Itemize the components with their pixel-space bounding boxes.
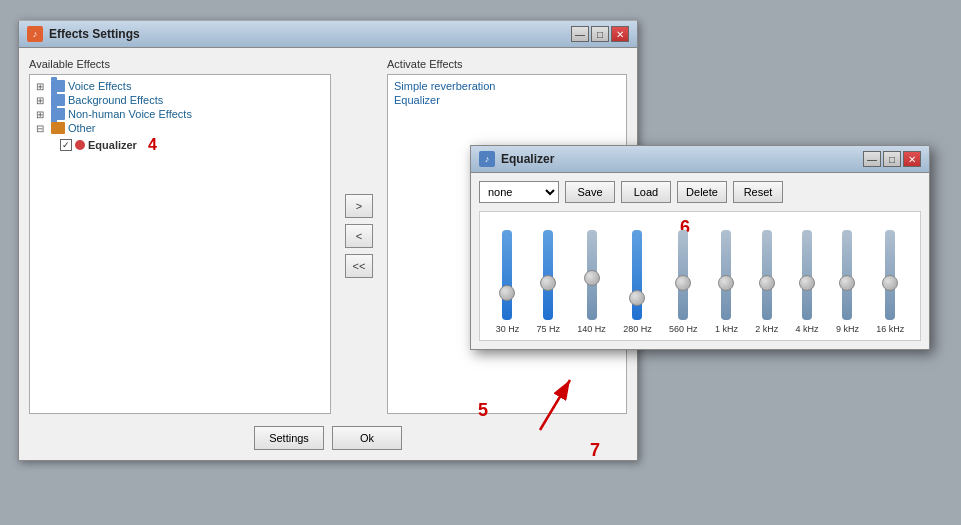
available-effects-tree: ⊞ Voice Effects ⊞ Background Effects ⊞ xyxy=(29,74,331,414)
eq-titlebar: ♪ Equalizer — □ ✕ xyxy=(471,146,929,173)
equalizer-window: ♪ Equalizer — □ ✕ none Save Load Delete … xyxy=(470,145,930,350)
eq-sliders-area: 6 30 Hz 75 Hz 140 Hz xyxy=(479,211,921,341)
slider-label-2khz: 2 kHz xyxy=(755,324,778,334)
app-icon: ♪ xyxy=(27,26,43,42)
eq-preset-select[interactable]: none xyxy=(479,181,559,203)
slider-track-280hz[interactable] xyxy=(632,230,642,320)
slider-560hz: 560 Hz xyxy=(669,230,698,334)
voice-effects-label: Voice Effects xyxy=(68,80,131,92)
nonhuman-voice-label: Non-human Voice Effects xyxy=(68,108,192,120)
eq-reset-button[interactable]: Reset xyxy=(733,181,783,203)
annotation-5: 5 xyxy=(478,400,488,421)
slider-track-560hz[interactable] xyxy=(678,230,688,320)
eq-delete-button[interactable]: Delete xyxy=(677,181,727,203)
eq-save-button[interactable]: Save xyxy=(565,181,615,203)
slider-thumb-280hz[interactable] xyxy=(629,290,645,306)
slider-track-9khz[interactable] xyxy=(842,230,852,320)
main-window-title: Effects Settings xyxy=(49,27,565,41)
titlebar-buttons: — □ ✕ xyxy=(571,26,629,42)
slider-label-560hz: 560 Hz xyxy=(669,324,698,334)
expand-icon-voice: ⊞ xyxy=(36,81,48,92)
slider-label-30hz: 30 Hz xyxy=(496,324,520,334)
activate-item-equalizer[interactable]: Equalizer xyxy=(392,93,622,107)
slider-thumb-4khz[interactable] xyxy=(799,275,815,291)
transfer-buttons: > < << xyxy=(341,58,377,414)
slider-2khz: 2 kHz xyxy=(755,230,778,334)
maximize-button[interactable]: □ xyxy=(591,26,609,42)
eq-window-title: Equalizer xyxy=(501,152,857,166)
slider-track-16khz[interactable] xyxy=(885,230,895,320)
equalizer-label: Equalizer xyxy=(88,139,137,151)
tree-item-other[interactable]: ⊟ Other xyxy=(34,121,326,135)
close-button[interactable]: ✕ xyxy=(611,26,629,42)
settings-button[interactable]: Settings xyxy=(254,426,324,450)
tree-item-equalizer[interactable]: ✓ Equalizer 4 xyxy=(58,135,326,155)
add-effect-button[interactable]: > xyxy=(345,194,373,218)
slider-label-4khz: 4 kHz xyxy=(796,324,819,334)
slider-thumb-560hz[interactable] xyxy=(675,275,691,291)
slider-track-30hz[interactable] xyxy=(502,230,512,320)
slider-label-16khz: 16 kHz xyxy=(876,324,904,334)
eq-app-icon: ♪ xyxy=(479,151,495,167)
slider-track-140hz[interactable] xyxy=(587,230,597,320)
eq-minimize-button[interactable]: — xyxy=(863,151,881,167)
tree-item-background-effects[interactable]: ⊞ Background Effects xyxy=(34,93,326,107)
eq-window-body: none Save Load Delete Reset 6 30 Hz 75 H… xyxy=(471,173,929,349)
eq-maximize-button[interactable]: □ xyxy=(883,151,901,167)
slider-280hz: 280 Hz xyxy=(623,230,652,334)
available-effects-panel: Available Effects ⊞ Voice Effects ⊞ Back… xyxy=(29,58,331,414)
slider-thumb-16khz[interactable] xyxy=(882,275,898,291)
slider-thumb-1khz[interactable] xyxy=(718,275,734,291)
slider-30hz: 30 Hz xyxy=(496,230,520,334)
background-effects-label: Background Effects xyxy=(68,94,163,106)
tree-item-nonhuman[interactable]: ⊞ Non-human Voice Effects xyxy=(34,107,326,121)
slider-label-75hz: 75 Hz xyxy=(537,324,561,334)
slider-thumb-2khz[interactable] xyxy=(759,275,775,291)
expand-icon-bg: ⊞ xyxy=(36,95,48,106)
eq-close-button[interactable]: ✕ xyxy=(903,151,921,167)
slider-label-1khz: 1 kHz xyxy=(715,324,738,334)
other-label: Other xyxy=(68,122,96,134)
slider-label-280hz: 280 Hz xyxy=(623,324,652,334)
bottom-buttons-row: Settings Ok xyxy=(29,422,627,450)
slider-16khz: 16 kHz xyxy=(876,230,904,334)
slider-label-140hz: 140 Hz xyxy=(577,324,606,334)
main-titlebar: ♪ Effects Settings — □ ✕ xyxy=(19,21,637,48)
expand-icon-nonhuman: ⊞ xyxy=(36,109,48,120)
minimize-button[interactable]: — xyxy=(571,26,589,42)
remove-all-effects-button[interactable]: << xyxy=(345,254,373,278)
slider-thumb-9khz[interactable] xyxy=(839,275,855,291)
annotation-4: 4 xyxy=(148,136,157,154)
activate-item-reverb[interactable]: Simple reverberation xyxy=(392,79,622,93)
slider-track-75hz[interactable] xyxy=(543,230,553,320)
slider-track-2khz[interactable] xyxy=(762,230,772,320)
slider-4khz: 4 kHz xyxy=(796,230,819,334)
slider-label-9khz: 9 kHz xyxy=(836,324,859,334)
folder-icon-other xyxy=(51,122,65,134)
equalizer-eq-icon xyxy=(75,140,85,150)
slider-1khz: 1 kHz xyxy=(715,230,738,334)
slider-75hz: 75 Hz xyxy=(537,230,561,334)
eq-titlebar-buttons: — □ ✕ xyxy=(863,151,921,167)
available-effects-label: Available Effects xyxy=(29,58,331,70)
slider-thumb-140hz[interactable] xyxy=(584,270,600,286)
slider-track-1khz[interactable] xyxy=(721,230,731,320)
tree-child-equalizer: ✓ Equalizer 4 xyxy=(58,135,326,155)
equalizer-checkbox[interactable]: ✓ xyxy=(60,139,72,151)
slider-track-4khz[interactable] xyxy=(802,230,812,320)
slider-9khz: 9 kHz xyxy=(836,230,859,334)
slider-thumb-30hz[interactable] xyxy=(499,285,515,301)
activate-effects-label: Activate Effects xyxy=(387,58,627,70)
remove-effect-button[interactable]: < xyxy=(345,224,373,248)
tree-item-voice-effects[interactable]: ⊞ Voice Effects xyxy=(34,79,326,93)
expand-icon-other: ⊟ xyxy=(36,123,48,134)
slider-thumb-75hz[interactable] xyxy=(540,275,556,291)
annotation-7: 7 xyxy=(590,440,600,461)
ok-button[interactable]: Ok xyxy=(332,426,402,450)
eq-toolbar: none Save Load Delete Reset xyxy=(479,181,921,203)
eq-load-button[interactable]: Load xyxy=(621,181,671,203)
slider-140hz: 140 Hz xyxy=(577,230,606,334)
